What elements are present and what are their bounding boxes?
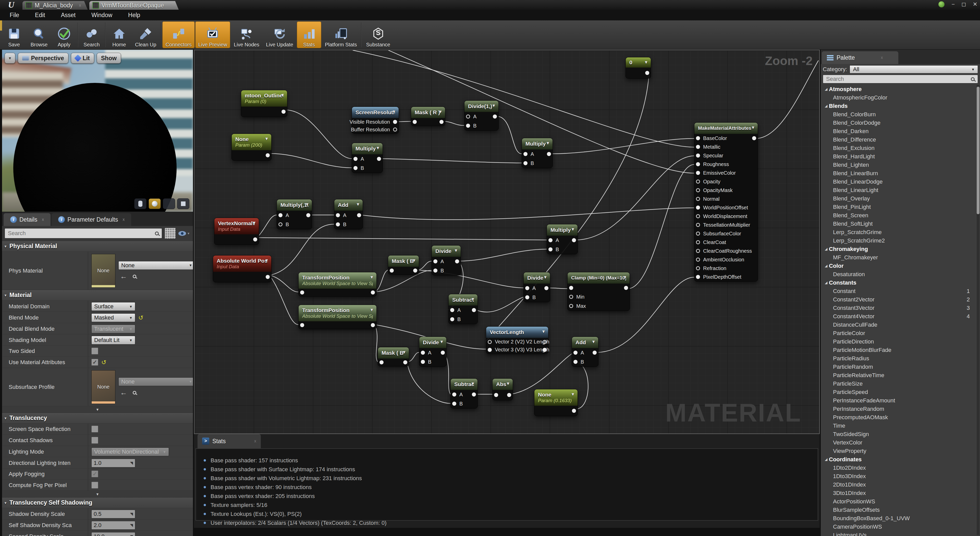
input-pin[interactable] [569, 295, 573, 299]
palette-item-blend_lineardodge[interactable]: Blend_LinearDodge [821, 178, 977, 186]
window-tab-VrmMToonBaseOpaque[interactable]: VrmMToonBaseOpaquex [89, 1, 179, 10]
node-multiply-3[interactable]: Multiply▼AB [547, 224, 578, 254]
spinbox-self-shadow-density-sca[interactable]: 2.0◥ [91, 521, 135, 530]
output-pin[interactable] [572, 238, 576, 242]
input-pin[interactable] [573, 350, 578, 355]
tab-palette[interactable]: Palette x [822, 51, 898, 64]
section-header-material[interactable]: ▾Material [2, 290, 193, 300]
spinbox-second-density-scale[interactable]: 10.0◥ [91, 532, 135, 536]
stats-button[interactable]: Stats [297, 21, 321, 48]
node-add-2[interactable]: Add▼AB [572, 336, 598, 367]
node-multiply-1[interactable]: Multiply▼AB [352, 143, 383, 173]
palette-item-blend_exclusion[interactable]: Blend_Exclusion [821, 144, 977, 152]
input-pin[interactable] [452, 401, 456, 406]
input-pin[interactable] [380, 360, 383, 365]
input-pin[interactable] [452, 392, 456, 396]
input-pin[interactable] [696, 249, 700, 253]
palette-item-particlespeed[interactable]: ParticleSpeed [821, 388, 977, 396]
input-pin[interactable] [488, 340, 492, 344]
material-graph[interactable]: 0▼mtoon_OutlineWidthParam (0)▼ScreenReso… [194, 50, 820, 434]
output-pin[interactable] [544, 286, 549, 290]
node-divide-2[interactable]: Divide▼AB [431, 245, 461, 275]
palette-item-constant2vector[interactable]: Constant2Vector2 [821, 295, 977, 304]
output-pin[interactable] [624, 286, 628, 290]
input-pin[interactable] [696, 136, 700, 140]
output-pin[interactable] [455, 259, 459, 263]
palette-item-boundingboxbased_0-1_uvw[interactable]: BoundingBoxBased_0-1_UVW [821, 514, 977, 522]
viewport-show-button[interactable]: Show [97, 53, 121, 63]
palette-scrollbar[interactable] [977, 87, 980, 214]
checkbox-screen-space-reflection[interactable] [91, 426, 98, 433]
node-const0[interactable]: 0▼ [625, 57, 651, 79]
input-pin[interactable] [336, 222, 340, 227]
dropdown-material-domain[interactable]: Surface▼ [91, 302, 135, 311]
palette-item-lerp_scratchgrime2[interactable]: Lerp_ScratchGrime2 [821, 236, 977, 245]
spinbox-directional-lighting-inten[interactable]: 1.0◥ [91, 459, 135, 468]
asset-thumbnail[interactable]: None [91, 254, 115, 288]
input-pin[interactable] [696, 214, 700, 218]
output-pin[interactable] [357, 213, 361, 217]
close-icon[interactable]: x [881, 56, 883, 60]
input-pin[interactable] [696, 232, 700, 236]
output-pin[interactable] [542, 340, 547, 344]
palette-item-lightmapuvs[interactable]: LightmapUVs [821, 531, 977, 536]
tab-parameter-defaults[interactable]: iParameter Defaultsx [52, 213, 131, 226]
output-pin[interactable] [371, 290, 375, 295]
palette-item-vertexcolor[interactable]: VertexColor [821, 438, 977, 447]
checkbox-two-sided[interactable] [91, 347, 98, 354]
palette-item-particleradius[interactable]: ParticleRadius [821, 354, 977, 363]
palette-item-lerp_scratchgrime[interactable]: Lerp_ScratchGrime [821, 228, 977, 236]
browse-to-asset-icon[interactable] [133, 391, 136, 395]
section-expander[interactable]: ▼ [2, 406, 193, 412]
output-pin[interactable] [266, 153, 270, 157]
palette-item-blend_linearlight[interactable]: Blend_LinearLight [821, 186, 977, 194]
node-abs[interactable]: Abs▼ [492, 378, 513, 400]
browse-to-asset-icon[interactable] [133, 274, 136, 278]
input-pin[interactable] [569, 304, 573, 308]
palette-item-particlerelativetime[interactable]: ParticleRelativeTime [821, 371, 977, 379]
input-pin[interactable] [549, 247, 552, 251]
input-pin[interactable] [433, 259, 438, 263]
input-pin[interactable] [450, 308, 454, 312]
input-pin[interactable] [573, 360, 578, 364]
palette-item-actorpositionws[interactable]: ActorPositionWS [821, 497, 977, 506]
checkbox-apply-fogging[interactable]: ✓ [91, 471, 98, 477]
tab-details[interactable]: iDetailsx [3, 213, 51, 226]
preview-mesh-sphere-button[interactable] [148, 198, 161, 209]
input-pin[interactable] [696, 206, 700, 209]
platform-stats-button[interactable]: Platform Stats [322, 21, 360, 48]
node-subtract-2[interactable]: Subtract▼AB [450, 378, 478, 409]
node-multiply-10[interactable]: Multiply(,10)▼AB [277, 199, 312, 229]
output-pin[interactable] [472, 392, 476, 396]
window-tab-M_Alicia_body[interactable]: M_Alicia_bodyx [22, 1, 88, 10]
palette-item-particlecolor[interactable]: ParticleColor [821, 329, 977, 337]
palette-item-time[interactable]: Time [821, 422, 977, 430]
node-divide-3[interactable]: Divide▼AB [523, 272, 550, 302]
palette-item-blursampleoffsets[interactable]: BlurSampleOffsets [821, 506, 977, 514]
input-pin[interactable] [488, 348, 492, 352]
input-pin[interactable] [525, 295, 529, 300]
spinbox-shadow-density-scale[interactable]: 0.5◥ [91, 510, 135, 519]
input-pin[interactable] [300, 323, 304, 327]
viewport-lit-button[interactable]: Lit [71, 53, 94, 63]
palette-item-blend_difference[interactable]: Blend_Difference [821, 135, 977, 144]
output-pin[interactable] [282, 109, 286, 114]
dropdown-shading-model[interactable]: Default Lit▼ [91, 336, 135, 344]
close-icon[interactable]: x [123, 217, 124, 222]
output-pin[interactable] [439, 120, 444, 124]
node-vector-length[interactable]: VectorLength▼Vector 2 (V2) V2 LengthVect… [486, 327, 549, 354]
reset-to-default-icon[interactable]: ↺ [138, 315, 143, 320]
output-pin[interactable] [441, 350, 445, 355]
input-pin[interactable] [421, 350, 425, 355]
palette-item-atmosphericfogcolor[interactable]: AtmosphericFogColor [821, 94, 977, 102]
node-subtract-1[interactable]: Subtract▼AB [449, 294, 478, 324]
node-outline-width[interactable]: mtoon_OutlineWidthParam (0)▼ [241, 90, 287, 117]
node-mask-b-1[interactable]: Mask ( B )▼ [388, 255, 419, 274]
palette-item-particlerandom[interactable]: ParticleRandom [821, 363, 977, 371]
input-pin[interactable] [696, 171, 700, 175]
preview-mesh-cylinder-button[interactable] [134, 198, 146, 209]
output-pin[interactable] [493, 114, 497, 119]
node-none-01633[interactable]: NoneParam (0.1633)▼ [534, 389, 578, 416]
palette-item-twosidedsign[interactable]: TwoSidedSign [821, 430, 977, 438]
input-pin[interactable] [433, 268, 438, 273]
